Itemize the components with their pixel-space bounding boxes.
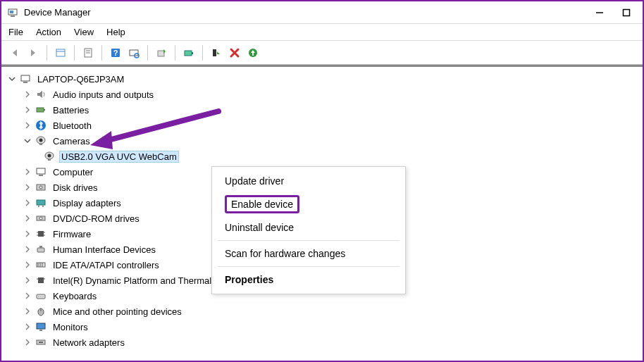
svg-rect-1 xyxy=(10,11,13,13)
toolbar-separator xyxy=(202,45,203,61)
toolbar: ? xyxy=(1,41,643,65)
expand-icon[interactable] xyxy=(23,89,32,99)
expand-icon[interactable] xyxy=(23,322,32,332)
help-button[interactable]: ? xyxy=(108,45,123,61)
expand-icon[interactable] xyxy=(23,198,32,208)
expand-icon[interactable] xyxy=(23,120,32,130)
context-uninstall-device[interactable]: Uninstall device xyxy=(212,218,405,237)
tree-item-monitors[interactable]: Monitors xyxy=(23,319,640,335)
svg-rect-39 xyxy=(38,231,44,237)
forward-button[interactable] xyxy=(25,45,41,61)
tree-item-label: Cameras xyxy=(51,135,92,147)
svg-rect-34 xyxy=(37,200,45,205)
tree-item-label: Bluetooth xyxy=(51,120,94,132)
svg-rect-29 xyxy=(48,159,51,161)
svg-point-55 xyxy=(41,297,42,297)
uninstall-device-button[interactable] xyxy=(227,45,242,61)
svg-rect-12 xyxy=(130,50,138,56)
disable-device-button[interactable] xyxy=(209,45,224,61)
add-legacy-button[interactable] xyxy=(245,45,261,61)
annotation-highlight: Enable device xyxy=(225,195,299,213)
show-hidden-button[interactable] xyxy=(53,45,68,61)
menu-action[interactable]: Action xyxy=(36,27,61,37)
maximize-button[interactable] xyxy=(621,8,631,18)
svg-rect-4 xyxy=(624,9,630,15)
disk-icon xyxy=(35,182,47,193)
tree-item-webcam[interactable]: USB2.0 VGA UVC WebCam xyxy=(42,149,640,164)
tree-item-mice[interactable]: Mice and other pointing devices xyxy=(23,304,640,319)
window-controls xyxy=(595,8,631,18)
computer-icon xyxy=(35,166,47,177)
svg-rect-26 xyxy=(39,144,42,145)
battery-icon xyxy=(35,104,47,116)
svg-point-28 xyxy=(48,154,51,158)
tree-item-label: Batteries xyxy=(51,104,91,116)
tree-item-bluetooth[interactable]: Bluetooth xyxy=(23,118,640,133)
camera-icon xyxy=(35,135,47,146)
tree-item-label: Disk drives xyxy=(51,182,100,194)
toolbar-separator xyxy=(147,45,148,61)
context-properties[interactable]: Properties xyxy=(212,270,405,289)
toolbar-separator xyxy=(74,45,75,61)
expand-icon[interactable] xyxy=(23,337,32,347)
chip-icon xyxy=(35,228,47,239)
menu-view[interactable]: View xyxy=(74,27,94,37)
tree-item-label: Keyboards xyxy=(51,290,99,302)
tree-item-label: DVD/CD-ROM drives xyxy=(51,213,142,225)
display-adapter-icon xyxy=(35,197,47,208)
expand-icon[interactable] xyxy=(23,260,32,270)
tree-item-label: USB2.0 VGA UVC WebCam xyxy=(59,151,179,163)
tree-item-label: IDE ATA/ATAPI controllers xyxy=(51,259,161,271)
tree-item-label: Display adapters xyxy=(51,197,123,209)
context-update-driver[interactable]: Update driver xyxy=(212,171,405,191)
tree-item-label: Firmware xyxy=(51,228,93,240)
tree-root-label: LAPTOP-Q6EJP3AM xyxy=(35,73,126,85)
monitor-icon xyxy=(35,321,47,332)
enable-device-button[interactable] xyxy=(181,45,197,61)
svg-rect-16 xyxy=(192,52,193,54)
tree-item-cameras[interactable]: Cameras xyxy=(23,133,640,149)
svg-rect-31 xyxy=(39,175,43,176)
svg-text:?: ? xyxy=(113,49,118,57)
expand-icon[interactable] xyxy=(23,213,32,223)
properties-button[interactable] xyxy=(80,45,96,61)
back-button[interactable] xyxy=(7,45,23,61)
svg-rect-5 xyxy=(56,49,65,56)
expand-icon[interactable] xyxy=(23,291,32,301)
menu-help[interactable]: Help xyxy=(106,27,125,37)
tree-item-audio[interactable]: Audio inputs and outputs xyxy=(23,87,640,102)
svg-rect-62 xyxy=(39,342,43,343)
expand-icon[interactable] xyxy=(23,229,32,239)
tree-item-label: Network adapters xyxy=(51,337,127,349)
context-scan-hardware[interactable]: Scan for hardware changes xyxy=(212,244,405,263)
expand-icon[interactable] xyxy=(23,244,32,254)
tree-item-label: Human Interface Devices xyxy=(51,244,158,256)
svg-point-33 xyxy=(39,186,42,189)
expand-icon[interactable] xyxy=(23,182,32,192)
svg-rect-21 xyxy=(37,108,44,112)
tree-item-label: Mice and other pointing devices xyxy=(51,306,184,318)
svg-rect-2 xyxy=(11,15,15,17)
collapse-icon[interactable] xyxy=(7,74,17,84)
update-driver-button[interactable] xyxy=(154,45,169,61)
svg-rect-14 xyxy=(158,51,164,56)
window-title: Device Manager xyxy=(24,7,595,18)
svg-rect-17 xyxy=(213,49,216,56)
scan-hardware-button[interactable] xyxy=(126,45,142,61)
expand-icon[interactable] xyxy=(23,167,32,177)
tree-item-label: Monitors xyxy=(51,321,90,333)
minimize-button[interactable] xyxy=(595,8,605,18)
context-enable-device[interactable]: Enable device xyxy=(212,191,405,218)
chip-icon xyxy=(35,275,47,286)
tree-item-network[interactable]: Network adapters xyxy=(23,335,640,350)
svg-rect-22 xyxy=(44,109,45,111)
tree-item-batteries[interactable]: Batteries xyxy=(23,102,640,118)
collapse-icon[interactable] xyxy=(23,136,32,146)
menu-file[interactable]: File xyxy=(8,27,23,37)
expand-icon[interactable] xyxy=(23,105,32,115)
expand-icon[interactable] xyxy=(23,306,32,316)
svg-rect-44 xyxy=(37,248,44,252)
tree-root[interactable]: LAPTOP-Q6EJP3AM xyxy=(7,71,640,87)
svg-rect-19 xyxy=(21,75,30,81)
expand-icon[interactable] xyxy=(23,275,32,285)
